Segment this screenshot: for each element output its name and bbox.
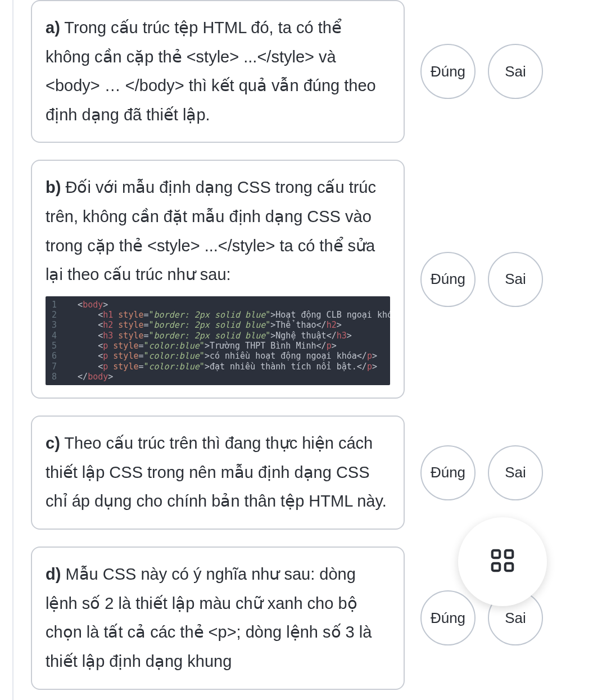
true-button-b[interactable]: Đúng [420,252,476,307]
false-button-b[interactable]: Sai [488,252,543,307]
question-row-a: a) Trong cấu trúc tệp HTML đó, ta có thể… [0,0,593,143]
false-button-c[interactable]: Sai [488,445,543,500]
question-text-b: b) Đối với mẫu định dạng CSS trong cấu t… [46,173,390,289]
code-block: 1 <body>2 <h1 style="border: 2px solid b… [46,296,390,385]
true-button-c[interactable]: Đúng [420,445,476,500]
svg-rect-3 [505,563,513,571]
svg-rect-1 [505,550,513,558]
answer-buttons-b: Đúng Sai [420,252,543,307]
question-card-a: a) Trong cấu trúc tệp HTML đó, ta có thể… [31,0,405,143]
true-button-d[interactable]: Đúng [420,590,476,645]
left-edge [0,0,13,700]
grid-menu-button[interactable] [458,517,547,606]
svg-rect-0 [492,550,500,558]
question-row-c: c) Theo cấu trúc trên thì đang thực hiện… [0,416,593,530]
svg-rect-2 [492,563,500,571]
answer-buttons-a: Đúng Sai [420,44,543,99]
question-card-b: b) Đối với mẫu định dạng CSS trong cấu t… [31,160,405,399]
grid-icon [490,548,515,576]
false-button-a[interactable]: Sai [488,44,543,99]
answer-buttons-c: Đúng Sai [420,445,543,500]
question-row-b: b) Đối với mẫu định dạng CSS trong cấu t… [0,160,593,399]
true-button-a[interactable]: Đúng [420,44,476,99]
question-card-d: d) Mẫu CSS này có ý nghĩa như sau: dòng … [31,547,405,689]
question-text-d: d) Mẫu CSS này có ý nghĩa như sau: dòng … [46,560,390,676]
question-text-c: c) Theo cấu trúc trên thì đang thực hiện… [46,429,390,516]
question-card-c: c) Theo cấu trúc trên thì đang thực hiện… [31,416,405,530]
question-text-a: a) Trong cấu trúc tệp HTML đó, ta có thể… [46,13,390,129]
